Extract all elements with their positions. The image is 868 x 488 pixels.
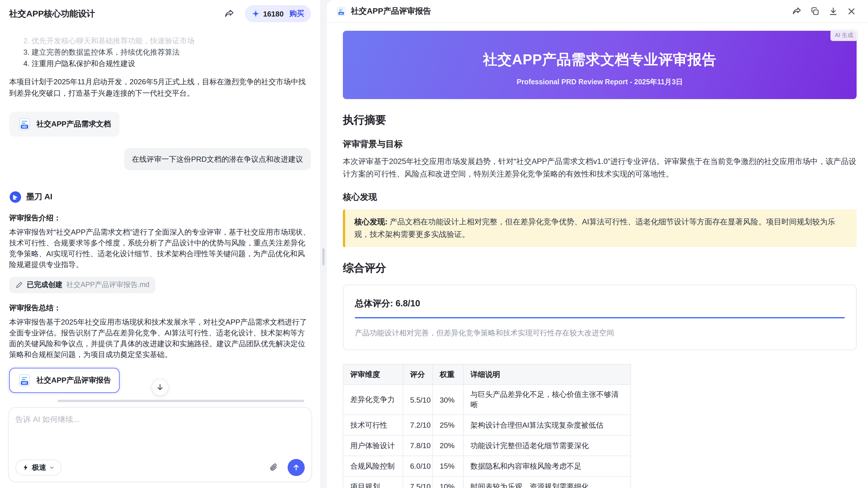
callout-body: 产品文档在功能设计上相对完整，但在差异化竞争优势、AI算法可行性、适老化细节设计… (354, 218, 835, 238)
attach-file-button[interactable] (266, 460, 281, 475)
report-summary-title: 评审报告总结： (9, 302, 311, 313)
table-cell: 项目规划 (343, 476, 403, 488)
document-header: MD 社交APP产品评审报告 (327, 0, 868, 23)
md-file-icon: MD (18, 373, 31, 387)
chat-input[interactable] (16, 415, 305, 449)
table-row: 合规风险控制 6.0/10 15% 数据隐私和内容审核风险考虑不足 (343, 456, 631, 476)
table-header-cell: 评审维度 (343, 364, 403, 385)
section-exec-summary: 执行摘要 (343, 113, 857, 128)
ai-list-item: 3. 建立完善的数据监控体系，持续优化推荐算法 (9, 47, 311, 58)
document-title-group: MD 社交APP产品评审报告 (336, 6, 431, 16)
table-row: 技术可行性 7.2/10 25% 架构设计合理但AI算法实现复杂度被低估 (343, 415, 631, 435)
callout-label: 核心发现: (354, 218, 388, 226)
table-cell: 与巨头产品差异化不足，核心价值主张不够清晰 (463, 385, 631, 415)
panel-divider (320, 0, 327, 488)
lightning-icon (22, 464, 29, 471)
send-button[interactable] (288, 459, 305, 476)
table-cell: 7.8/10 (403, 435, 433, 456)
credits-count: 16180 (263, 9, 284, 18)
status-file-name: 社交APP产品评审报告.md (66, 280, 150, 290)
md-doc-icon: MD (336, 6, 346, 16)
paperclip-icon (269, 463, 278, 472)
copy-icon (810, 6, 819, 15)
report-banner-subtitle: Professional PRD Review Report - 2025年11… (343, 77, 857, 87)
prd-file-card[interactable]: MD 社交APP产品需求文档 (9, 111, 119, 137)
buy-label: 购买 (289, 8, 304, 19)
arrow-down-icon (156, 383, 164, 391)
composer-box: 极速 (8, 407, 312, 482)
table-cell: 功能设计完整但适老化细节需要深化 (463, 435, 631, 456)
key-findings-callout: 核心发现: 产品文档在功能设计上相对完整，但在差异化竞争优势、AI算法可行性、适… (343, 209, 857, 247)
svg-text:MD: MD (339, 12, 343, 14)
close-icon (847, 6, 856, 15)
table-cell: 15% (433, 456, 463, 476)
table-cell: 差异化竞争力 (343, 385, 403, 415)
report-intro-body: 本评审报告对“社交APP产品需求文档”进行了全面深入的专业评审，基于社交应用市场… (9, 227, 311, 270)
table-cell: 7.5/10 (403, 476, 433, 488)
arrow-up-icon (292, 463, 300, 471)
project-title: 社交APP核心功能设计 (9, 8, 95, 19)
scroll-to-bottom-button[interactable] (152, 379, 168, 396)
app-window: 社交APP核心功能设计 16180 购买 (0, 0, 868, 488)
creation-status-chip: 已完成创建 社交APP产品评审报告.md (9, 277, 156, 293)
table-cell: 技术可行性 (343, 415, 403, 435)
table-cell: 25% (433, 415, 463, 435)
report-file-card[interactable]: MD 社交APP产品评审报告 (9, 368, 119, 393)
table-header-row: 评审维度 评分 权重 详细说明 (343, 364, 631, 385)
subsection-findings: 核心发现 (343, 192, 857, 203)
sparkle-icon (252, 10, 260, 18)
table-cell: 5.5/10 (403, 385, 433, 415)
doc-close-button[interactable] (844, 4, 859, 19)
section-overall-score: 综合评分 (343, 261, 857, 275)
speed-mode-label: 极速 (32, 463, 46, 473)
ai-plan-paragraph: 本项目计划于2025年11月启动开发，2026年5月正式上线，目标在激烈竞争的社… (9, 76, 311, 99)
credits-buy-button[interactable]: 16180 购买 (245, 5, 311, 22)
ai-list-item: 2. 优先开发核心聊天和基础推荐功能，快速验证市场 (9, 35, 311, 47)
table-header-cell: 评分 (403, 364, 433, 385)
table-cell: 30% (433, 385, 463, 415)
svg-text:MD: MD (22, 125, 27, 128)
doc-copy-button[interactable] (808, 4, 823, 19)
md-file-icon: MD (18, 117, 31, 131)
report-banner: 社交APP产品需求文档专业评审报告 Professional PRD Revie… (343, 31, 857, 99)
table-header-cell: 权重 (433, 364, 463, 385)
table-row: 用户体验设计 7.8/10 20% 功能设计完整但适老化细节需要深化 (343, 435, 631, 456)
table-header-cell: 详细说明 (463, 364, 631, 385)
modao-ai-logo-icon (9, 191, 22, 203)
document-actions (789, 4, 859, 19)
composer-toolbar: 极速 (16, 459, 305, 476)
table-cell: 架构设计合理但AI算法实现复杂度被低估 (463, 415, 631, 435)
report-banner-title: 社交APP产品需求文档专业评审报告 (343, 50, 857, 69)
panel-resize-handle[interactable] (322, 248, 324, 265)
score-divider-line (355, 317, 845, 318)
table-cell: 6.0/10 (403, 456, 433, 476)
composer-actions (266, 459, 305, 476)
doc-share-button[interactable] (789, 4, 804, 19)
table-cell: 合规风险控制 (343, 456, 403, 476)
table-cell: 20% (433, 435, 463, 456)
horizontal-scrollbar[interactable] (58, 400, 304, 402)
app-stage: 社交APP核心功能设计 16180 购买 (0, 0, 868, 488)
share-icon (792, 6, 801, 15)
overall-score-note: 产品功能设计相对完善，但差异化竞争策略和技术实现可行性存在较大改进空间 (355, 328, 845, 338)
document-panel: MD 社交APP产品评审报告 (327, 0, 868, 488)
speed-mode-selector[interactable]: 极速 (16, 459, 62, 476)
overall-score-card: 总体评分: 6.8/10 产品功能设计相对完善，但差异化竞争策略和技术实现可行性… (343, 285, 857, 350)
table-cell: 时间表较为乐观，资源规划需要细化 (463, 476, 631, 488)
doc-download-button[interactable] (826, 4, 841, 19)
share-button[interactable] (222, 6, 237, 21)
chat-scroll-area[interactable]: 2. 优先开发核心聊天和基础推荐功能，快速验证市场 3. 建立完善的数据监控体系… (0, 27, 320, 405)
svg-text:MD: MD (22, 382, 27, 385)
share-icon (225, 9, 235, 19)
table-cell: 用户体验设计 (343, 435, 403, 456)
composer: 极速 (8, 407, 312, 482)
prd-file-label: 社交APP产品需求文档 (36, 119, 111, 129)
report-summary-body: 本评审报告基于2025年社交应用市场现状和技术发展水平，对社交APP产品需求文档… (9, 317, 311, 360)
background-paragraph: 本次评审基于2025年社交应用市场发展趋势，针对“社交APP产品需求文档v1.0… (343, 156, 857, 181)
table-row: 项目规划 7.5/10 10% 时间表较为乐观，资源规划需要细化 (343, 476, 631, 488)
table-row: 差异化竞争力 5.5/10 30% 与巨头产品差异化不足，核心价值主张不够清晰 (343, 385, 631, 415)
chat-header-actions: 16180 购买 (222, 5, 311, 22)
pencil-icon (16, 281, 23, 289)
chat-panel: 社交APP核心功能设计 16180 购买 (0, 0, 320, 488)
document-scroll-area[interactable]: AI 生成 社交APP产品需求文档专业评审报告 Professional PRD… (327, 23, 868, 488)
